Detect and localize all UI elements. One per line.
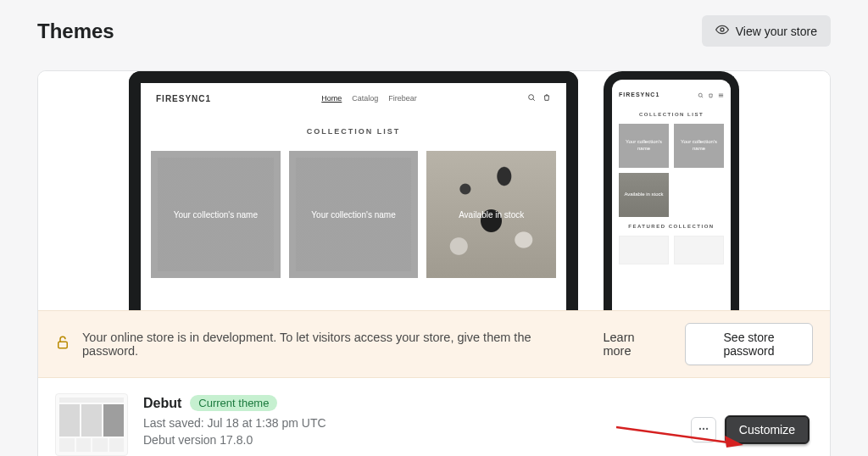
preview-tile-label: Your collection's name — [619, 139, 669, 153]
preview-tile: Your collection's name — [674, 124, 724, 168]
lock-icon — [55, 335, 70, 353]
preview-tile-label: Available in stock — [624, 192, 663, 198]
preview-tile-label: Your collection's name — [674, 139, 724, 153]
search-icon — [698, 86, 704, 102]
mobile-preview-frame: FIRESYNC1 COLLECTION LIST Your collectio… — [604, 71, 739, 310]
page-title: Themes — [37, 19, 114, 43]
theme-thumbnail — [55, 393, 128, 456]
svg-point-1 — [529, 95, 534, 100]
preview-tile-label: Available in stock — [459, 210, 524, 220]
svg-line-4 — [702, 97, 703, 97]
preview-brand-mobile: FIRESYNC1 — [619, 92, 659, 97]
theme-preview-row: FIRESYNC1 Home Catalog Firebear COLLECTI… — [38, 71, 830, 310]
theme-actions-menu-button[interactable] — [691, 417, 716, 442]
learn-more-link[interactable]: Learn more — [603, 331, 665, 358]
preview-tile-label: Your collection's name — [311, 210, 395, 220]
preview-tile: Available in stock — [619, 173, 669, 217]
eye-icon — [715, 23, 729, 39]
preview-nav-catalog: Catalog — [352, 94, 378, 103]
svg-point-9 — [699, 427, 701, 429]
preview-nav-home: Home — [321, 94, 342, 103]
preview-featured-cell — [619, 236, 669, 264]
see-password-button[interactable]: See store password — [685, 323, 813, 365]
preview-tile: Available in stock — [426, 151, 556, 278]
svg-line-2 — [533, 99, 535, 101]
dots-icon — [698, 423, 709, 437]
view-store-label: View your store — [736, 25, 817, 38]
svg-point-11 — [706, 427, 708, 429]
preview-brand: FIRESYNC1 — [156, 94, 211, 103]
preview-tile-empty — [674, 173, 724, 217]
desktop-preview-frame: FIRESYNC1 Home Catalog Firebear COLLECTI… — [129, 71, 578, 310]
dev-banner: Your online store is in development. To … — [38, 310, 830, 378]
preview-tile: Your collection's name — [151, 151, 281, 278]
preview-nav-firebear: Firebear — [388, 94, 417, 103]
theme-version: Debut version 17.8.0 — [143, 433, 676, 447]
bag-icon — [542, 93, 551, 103]
theme-last-saved: Last saved: Jul 18 at 1:38 pm UTC — [143, 416, 676, 430]
preview-tile-label: Your collection's name — [174, 210, 258, 220]
preview-section-title: COLLECTION LIST — [141, 127, 566, 136]
search-icon — [527, 93, 536, 103]
preview-section-title-mobile: COLLECTION LIST — [612, 112, 731, 117]
svg-point-0 — [721, 28, 724, 31]
view-store-button[interactable]: View your store — [702, 15, 831, 47]
preview-featured-cell — [674, 236, 724, 264]
svg-point-10 — [703, 427, 704, 429]
svg-point-3 — [698, 93, 702, 97]
preview-tile: Your collection's name — [289, 151, 419, 278]
bag-icon — [708, 86, 714, 102]
theme-name: Debut — [143, 396, 181, 411]
themes-card: FIRESYNC1 Home Catalog Firebear COLLECTI… — [37, 70, 831, 456]
banner-message: Your online store is in development. To … — [82, 331, 579, 358]
preview-section-featured-title: FEATURED COLLECTION — [612, 224, 731, 229]
preview-tile: Your collection's name — [619, 124, 669, 168]
menu-icon — [718, 86, 724, 102]
svg-rect-8 — [58, 342, 68, 348]
current-theme-badge: Current theme — [190, 395, 277, 411]
customize-button[interactable]: Customize — [725, 415, 810, 444]
